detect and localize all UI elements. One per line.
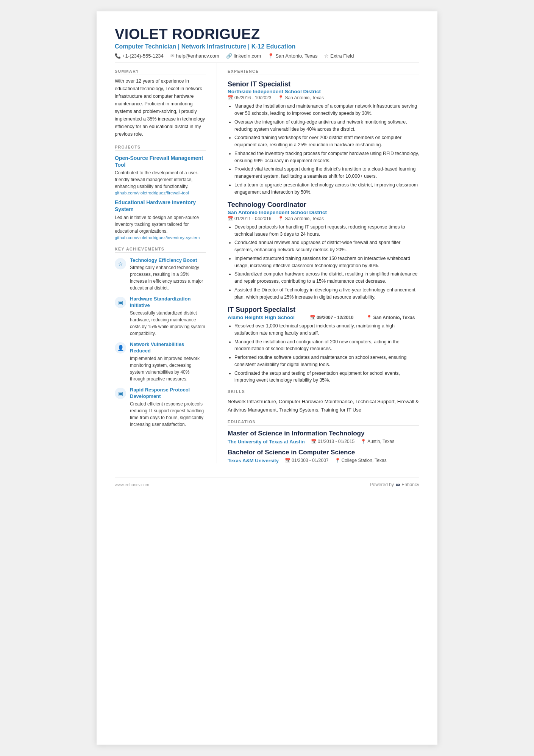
job-1-bullet-4: Enhanced the inventory tracking process … — [234, 150, 419, 164]
achievements-label: KEY ACHIEVEMENTS — [115, 247, 206, 253]
job-3-bullet-2: Managed the installation and configurati… — [234, 338, 419, 353]
project-1-link: github.com/violetrodriguez/firewall-tool — [115, 191, 206, 195]
edu-2-meta: Texas A&M University 📅 01/2003 - 01/2007… — [228, 457, 419, 463]
job-1-dates: 📅 05/2016 - 10/2023 — [228, 95, 271, 100]
edu-calendar-icon-2: 📅 — [285, 458, 290, 463]
contact-extra: ☆ Extra Field — [324, 53, 354, 59]
achievement-1-desc: Strategically enhanced technology proces… — [130, 264, 206, 291]
extra-text: Extra Field — [330, 53, 354, 59]
contact-location: 📍 San Antonio, Texas — [268, 53, 317, 59]
phone-icon: 📞 — [115, 53, 121, 59]
job-2-dates: 📅 01/2011 - 04/2016 — [228, 216, 271, 221]
job-3-bullets: Resolved over 1,000 technical support in… — [228, 322, 419, 384]
job-3-bullet-1: Resolved over 1,000 technical support in… — [234, 322, 419, 337]
achievement-4: ▣ Rapid Response Protocol Development Cr… — [115, 387, 206, 428]
job-2-bullet-4: Standardized computer hardware across th… — [234, 271, 419, 285]
network-achievement-icon: 👤 — [117, 345, 124, 351]
linkedin-icon: 🔗 — [226, 53, 232, 59]
email-icon: ✉ — [170, 53, 175, 59]
skills-section: SKILLS Network Infrastructure, Computer … — [228, 389, 419, 414]
project-2-desc: Led an initiative to design an open-sour… — [115, 214, 206, 235]
brand-name: Enhancv — [401, 482, 419, 487]
phone-text: +1-(234)-555-1234 — [122, 53, 164, 59]
job-1-title: Senior IT Specialist — [228, 80, 419, 89]
achievement-2-desc: Successfully standardized district hardw… — [130, 310, 206, 337]
job-3-bullet-4: Coordinated the setup and testing of pre… — [234, 370, 419, 384]
job-2-meta: 📅 01/2011 - 04/2016 📍 San Antonio, Texas — [228, 216, 419, 221]
experience-label: EXPERIENCE — [228, 69, 419, 75]
job-1-meta: 📅 05/2016 - 10/2023 📍 San Antonio, Texas — [228, 95, 419, 100]
pin-icon-2: 📍 — [278, 216, 284, 221]
projects-label: PROJECTS — [115, 145, 206, 151]
achievement-3-icon-wrap: 👤 — [115, 342, 126, 354]
contact-email: ✉ help@enhancv.com — [170, 53, 219, 59]
achievement-1: ☆ Technology Efficiency Boost Strategica… — [115, 257, 206, 292]
job-1-location: 📍 San Antonio, Texas — [278, 95, 324, 100]
contact-linkedin: 🔗 linkedin.com — [226, 53, 261, 59]
linkedin-text: linkedin.com — [234, 53, 261, 59]
edu-pin-icon-2: 📍 — [335, 458, 340, 463]
edu-1-meta: The University of Texas at Austin 📅 01/2… — [228, 438, 419, 445]
edu-1-location: 📍 Austin, Texas — [361, 438, 394, 445]
job-2-bullet-1: Developed protocols for handling IT supp… — [234, 224, 419, 238]
edu-1-degree: Master of Science in Information Technol… — [228, 429, 419, 438]
location-text: San Antonio, Texas — [275, 53, 317, 59]
job-1-bullet-6: Led a team to upgrade presentation techn… — [234, 182, 419, 196]
calendar-icon-2: 📅 — [228, 216, 233, 221]
job-2-company: San Antonio Independent School District — [228, 210, 419, 215]
skills-text: Network Infrastructure, Computer Hardwar… — [228, 398, 419, 414]
achievement-3: 👤 Network Vulnerabilities Reduced Implem… — [115, 341, 206, 382]
job-1-bullet-5: Provided vital technical support during … — [234, 166, 419, 180]
project-1: Open-Source Firewall Management Tool Con… — [115, 155, 206, 195]
achievement-2-icon-wrap: ▣ — [115, 297, 126, 308]
left-column: SUMMARY With over 12 years of experience… — [115, 63, 217, 464]
project-1-title: Open-Source Firewall Management Tool — [115, 155, 206, 168]
protocol-achievement-icon: ▣ — [118, 390, 123, 396]
achievement-2: ▣ Hardware Standardization Initiative Su… — [115, 296, 206, 337]
contact-row: 📞 +1-(234)-555-1234 ✉ help@enhancv.com 🔗… — [115, 53, 419, 63]
job-3-title: IT Support Specialist — [228, 306, 419, 314]
job-3: IT Support Specialist Alamo Heights High… — [228, 306, 419, 384]
summary-label: SUMMARY — [115, 69, 206, 75]
job-1: Senior IT Specialist Northside Independe… — [228, 80, 419, 196]
job-3-bullet-3: Performed routine software updates and m… — [234, 354, 419, 368]
achievement-1-title: Technology Efficiency Boost — [130, 257, 206, 264]
project-2-title: Educational Hardware Inventory System — [115, 199, 206, 213]
achievement-2-title: Hardware Standardization Initiative — [130, 296, 206, 309]
skills-label: SKILLS — [228, 389, 419, 395]
job-3-company: Alamo Heights High School 📅 09/2007 - 12… — [228, 315, 419, 320]
footer-website: www.enhancv.com — [115, 482, 149, 487]
resume-page: VIOLET RODRIGUEZ Computer Technician | N… — [97, 11, 437, 745]
job-2-bullet-3: Implemented structured training sessions… — [234, 255, 419, 269]
two-col-layout: SUMMARY With over 12 years of experience… — [115, 63, 419, 464]
job-1-bullet-1: Managed the installation and maintenance… — [234, 103, 419, 117]
job-1-bullets: Managed the installation and maintenance… — [228, 103, 419, 196]
achievement-4-icon-wrap: ▣ — [115, 388, 126, 399]
edu-calendar-icon-1: 📅 — [311, 439, 317, 444]
footer-brand: Powered by ∞ Enhancv — [370, 481, 419, 488]
calendar-icon-3: 📅 — [310, 315, 315, 320]
education-section: EDUCATION Master of Science in Informati… — [228, 419, 419, 463]
job-1-bullet-2: Oversaw the integration of cutting-edge … — [234, 119, 419, 133]
project-2-link: github.com/violetrodriguez/inventory-sys… — [115, 235, 206, 240]
edu-1-dates: 📅 01/2013 - 01/2015 — [311, 438, 354, 445]
calendar-icon-1: 📅 — [228, 95, 233, 100]
job-1-bullet-3: Coordinated training workshops for over … — [234, 134, 419, 149]
project-2: Educational Hardware Inventory System Le… — [115, 199, 206, 239]
edu-2-school: Texas A&M University — [228, 458, 279, 463]
footer: www.enhancv.com Powered by ∞ Enhancv — [115, 477, 419, 488]
job-2-bullet-5: Assisted the Director of Technology in d… — [234, 286, 419, 301]
candidate-name: VIOLET RODRIGUEZ — [115, 27, 419, 42]
job-2-title: Technology Coordinator — [228, 201, 419, 209]
edu-2-degree: Bachelor of Science in Computer Science — [228, 448, 419, 457]
achievement-4-desc: Created efficient response protocols red… — [130, 401, 206, 428]
edu-1: Master of Science in Information Technol… — [228, 429, 419, 445]
job-1-company: Northside Independent School District — [228, 89, 419, 94]
education-label: EDUCATION — [228, 419, 419, 426]
right-column: EXPERIENCE Senior IT Specialist Northsid… — [217, 63, 419, 464]
summary-text: With over 12 years of experience in educ… — [115, 77, 206, 138]
hardware-achievement-icon: ▣ — [118, 299, 123, 305]
achievement-4-title: Rapid Response Protocol Development — [130, 387, 206, 400]
edu-2-location: 📍 College Station, Texas — [335, 457, 387, 463]
contact-phone: 📞 +1-(234)-555-1234 — [115, 53, 164, 59]
